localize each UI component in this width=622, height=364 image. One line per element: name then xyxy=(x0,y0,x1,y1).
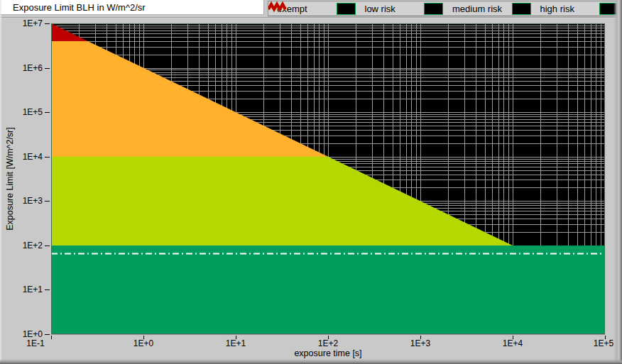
y-tick-label: 1E+5 xyxy=(0,107,43,117)
x-tick-label: 1E+5 xyxy=(594,338,613,348)
x-tick-label: 1E+2 xyxy=(318,338,338,348)
x-tick-label: 1E+4 xyxy=(503,338,523,348)
window-border-right xyxy=(613,0,622,364)
x-axis-title: exposure time [s] xyxy=(294,348,361,358)
y-tick-label: 1E+7 xyxy=(0,18,43,28)
x-tick-label: 1E+1 xyxy=(226,338,246,348)
y-axis-title: Exposure Limit [W/m^2/sr] xyxy=(5,127,15,230)
graph-window: Exposure Limit BLH in W/m^2/sr exemptlow… xyxy=(0,0,622,364)
region-exempt xyxy=(51,246,605,334)
x-tick-label: 1E+3 xyxy=(410,338,430,348)
window-border-left xyxy=(0,0,2,364)
y-tick-label: 1E+1 xyxy=(0,285,43,294)
x-tick-label: 1E-1 xyxy=(26,338,44,348)
window-border-bottom xyxy=(0,359,622,364)
x-tick-label: 1E+0 xyxy=(133,338,153,348)
y-tick-label: 1E+0 xyxy=(0,329,43,339)
xy-graph-plot-area xyxy=(0,0,622,364)
y-tick-label: 1E+2 xyxy=(0,241,43,250)
y-tick-label: 1E+6 xyxy=(0,63,43,73)
